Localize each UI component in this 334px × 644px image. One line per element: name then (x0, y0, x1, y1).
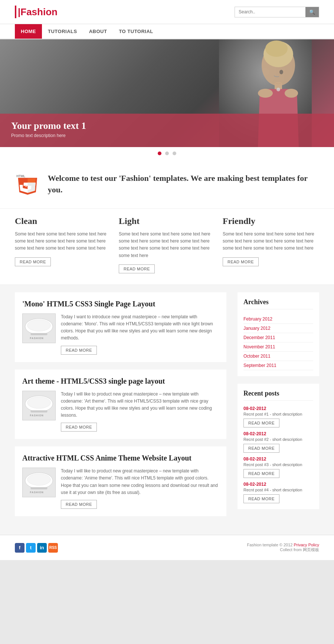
post-3-thumbnail: FASHION (22, 468, 56, 497)
svg-point-27 (27, 474, 51, 485)
slider-dot-2[interactable] (165, 152, 169, 155)
feature-light: Light Some text here some text here some… (119, 216, 215, 273)
feature-friendly-button[interactable]: READ MORE (223, 257, 259, 266)
archive-jan-2012[interactable]: January 2012 (243, 324, 313, 333)
svg-text:FASHION: FASHION (30, 491, 44, 494)
post-2-excerpt: Today I will like to product new great m… (61, 391, 219, 419)
nav-item-to-tutorial[interactable]: TO TUTORIAL (113, 24, 159, 39)
recent-post-3-button[interactable]: READ MORE (243, 469, 279, 478)
recent-post-3: 08-02-2012 Recnt post #3 - short descrip… (243, 456, 313, 478)
hero-slider: Your promo text 1 Promo text description… (0, 39, 334, 147)
slider-overlay: Your promo text 1 Promo text description… (0, 114, 334, 147)
archive-sep-2011[interactable]: September 2011 (243, 361, 313, 370)
svg-point-6 (285, 89, 298, 98)
post-1-thumb-svg: FASHION (23, 313, 55, 343)
logo-bar (15, 6, 16, 18)
svg-text:FASHION: FASHION (30, 414, 44, 417)
nav-item-about[interactable]: ABOUT (83, 24, 113, 39)
post-1-excerpt: Today I want to introduce new great mast… (61, 313, 219, 342)
recent-post-2-desc: Recnt post #2 - short description (243, 437, 313, 442)
recent-post-3-desc: Recnt post #3 - short description (243, 462, 313, 467)
archive-feb-2012[interactable]: February 2012 (243, 315, 313, 324)
post-3-thumb-svg: FASHION (23, 468, 55, 497)
svg-rect-18 (31, 333, 48, 335)
svg-point-8 (276, 88, 280, 91)
post-1-title: 'Mono' HTML5 CSS3 Single Page Layout (22, 300, 219, 308)
post-3-title: Attractive HTML CSS Anime Theme Website … (22, 454, 219, 462)
recent-post-1: 08-02-2012 Recnt post #1 - short descrip… (243, 406, 313, 427)
search-button[interactable]: 🔍 (305, 7, 319, 17)
sidebar: Archives February 2012 January 2012 Dece… (238, 292, 319, 524)
social-icons: f t in RSS (15, 543, 58, 553)
slider-title: Your promo text 1 (11, 120, 323, 131)
footer-text: Fashion template © 2012 Privacy Policy C… (247, 543, 319, 553)
recent-post-2-date: 08-02-2012 (243, 431, 313, 436)
facebook-icon[interactable]: f (15, 543, 24, 553)
svg-point-5 (258, 89, 273, 98)
welcome-text: Welcome to test our 'Fashion' templates.… (48, 173, 319, 196)
recent-post-4: 08-02-2012 Recnt post #4 - short descrip… (243, 482, 313, 503)
svg-point-7 (279, 70, 283, 74)
recent-posts-section: Recent posts 08-02-2012 Recnt post #1 - … (238, 384, 319, 509)
feature-friendly-title: Friendly (223, 216, 319, 226)
svg-point-17 (27, 319, 51, 331)
welcome-section: HTML 5 Welcome to test our 'Fashion' tem… (0, 160, 334, 209)
archive-nov-2011[interactable]: November 2011 (243, 342, 313, 352)
post-1-content: Today I want to introduce new great mast… (61, 313, 219, 355)
archive-oct-2011[interactable]: October 2011 (243, 352, 313, 361)
recent-post-4-button[interactable]: READ MORE (243, 494, 279, 503)
svg-rect-23 (31, 410, 48, 412)
svg-point-22 (27, 397, 51, 408)
nav-item-home[interactable]: HOME (15, 24, 42, 39)
post-2-thumb-svg: FASHION (23, 391, 55, 420)
feature-clean-title: Clean (15, 216, 111, 226)
blog-post-1: 'Mono' HTML5 CSS3 Single Page Layout FAS… (15, 292, 226, 362)
recent-posts-title: Recent posts (243, 390, 313, 401)
rss-icon[interactable]: RSS (48, 543, 58, 553)
content-area: 'Mono' HTML5 CSS3 Single Page Layout FAS… (0, 285, 334, 531)
slider-dot-1[interactable] (158, 152, 161, 155)
features-section: Clean Some text here some text here some… (0, 209, 334, 285)
feature-light-text: Some text here some text here some text … (119, 231, 215, 259)
svg-text:HTML: HTML (16, 174, 25, 178)
logo-text: | (18, 6, 20, 18)
post-1-read-more[interactable]: READ MORE (61, 346, 97, 355)
blog-post-2: Art theme - HTML5/CSS3 single page layou… (15, 370, 226, 439)
slider-description: Promo text description here (11, 133, 323, 138)
recent-post-4-desc: Recnt post #4 - short description (243, 488, 313, 492)
recent-post-2-button[interactable]: READ MORE (243, 444, 279, 453)
feature-clean-text: Some text here some text here some text … (15, 231, 111, 252)
nav-item-tutorials[interactable]: TUTORIALS (42, 24, 83, 39)
search-box: 🔍 (235, 7, 319, 17)
recent-post-1-button[interactable]: READ MORE (243, 419, 279, 427)
feature-light-button[interactable]: READ MORE (119, 264, 155, 273)
post-2-content: Today I will like to product new great m… (61, 391, 219, 432)
post-3-read-more[interactable]: READ MORE (61, 500, 97, 509)
post-3-body: FASHION Today I will like to product new… (22, 468, 219, 509)
footer-collect: Collect from 网页模板 (280, 547, 319, 552)
logo[interactable]: |Fashion (15, 6, 58, 18)
linkedin-icon[interactable]: in (37, 543, 47, 553)
svg-point-3 (265, 40, 288, 57)
nav: HOME TUTORIALS ABOUT TO TUTORIAL (0, 24, 334, 39)
post-3-excerpt: Today I will like to product new great m… (61, 468, 219, 496)
slider-dots (0, 147, 334, 160)
archive-dec-2011[interactable]: December 2011 (243, 333, 313, 342)
archives-section: Archives February 2012 January 2012 Dece… (238, 292, 319, 376)
html5-logo: HTML 5 (15, 171, 40, 197)
feature-friendly-text: Some text here some text here some text … (223, 231, 319, 252)
logo-brand: Fashion (20, 6, 58, 18)
search-input[interactable] (235, 7, 305, 17)
recent-post-1-desc: Recnt post #1 - short description (243, 412, 313, 416)
svg-rect-28 (31, 487, 48, 489)
slider-dot-3[interactable] (173, 152, 176, 155)
post-2-title: Art theme - HTML5/CSS3 single page layou… (22, 377, 219, 386)
svg-text:FASHION: FASHION (30, 337, 44, 339)
post-2-body: FASHION Today I will like to product new… (22, 391, 219, 432)
privacy-policy-link[interactable]: Privacy Policy (294, 543, 319, 547)
archives-title: Archives (243, 298, 313, 309)
post-2-read-more[interactable]: READ MORE (61, 423, 97, 432)
feature-light-title: Light (119, 216, 215, 226)
feature-clean-button[interactable]: READ MORE (15, 257, 51, 266)
twitter-icon[interactable]: t (26, 543, 36, 553)
